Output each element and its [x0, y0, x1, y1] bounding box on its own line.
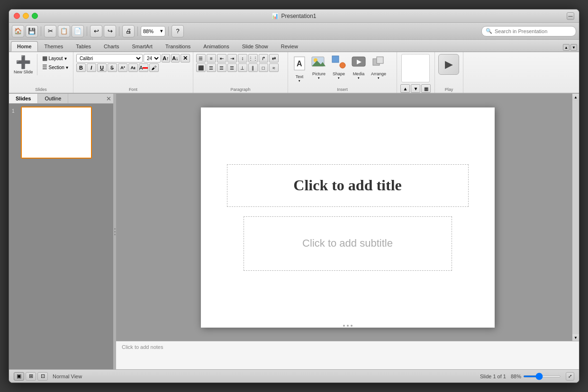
media-insert-button[interactable]: Media ▾ [350, 54, 368, 81]
tab-outline[interactable]: Outline [38, 94, 68, 103]
slides-group-label: Slides [35, 87, 47, 92]
zoom-dropdown-icon[interactable]: ▾ [160, 28, 163, 34]
bullet-list-button[interactable]: ☰ [196, 54, 206, 62]
notes-area[interactable]: Click to add notes [116, 341, 579, 369]
subscript-button[interactable]: A₂ [128, 63, 138, 72]
tab-tables[interactable]: Tables [70, 41, 97, 52]
resize-dots [114, 228, 116, 235]
ribbon-expand-controls: ▲ ▼ [563, 44, 577, 51]
new-slide-button[interactable]: ➕ New Slide [12, 54, 37, 75]
tab-charts[interactable]: Charts [98, 41, 125, 52]
tab-transitions[interactable]: Transitions [159, 41, 197, 52]
align-right-button[interactable]: ☰ [217, 63, 226, 72]
strikethrough-button[interactable]: S̶ [108, 63, 117, 72]
vertical-scrollbar[interactable]: ▲ ▼ [572, 94, 579, 341]
scroll-up-button[interactable]: ▲ [572, 94, 579, 100]
numbered-list-button[interactable]: ≡ [207, 54, 216, 62]
align-left-button[interactable]: ⬛ [196, 63, 206, 72]
increase-indent-button[interactable]: ⇥ [227, 54, 237, 62]
paste-button[interactable]: 📄 [72, 25, 84, 37]
search-box[interactable]: 🔍 [481, 26, 576, 36]
ribbon-collapse-btn[interactable]: ▼ [570, 44, 577, 51]
para-spacing-button[interactable]: ≈ [269, 63, 279, 72]
new-slide-label: New Slide [14, 70, 33, 74]
window-collapse-button[interactable]: — [567, 12, 574, 20]
slide-thumbnail-1: 1 [12, 107, 110, 159]
layout-button[interactable]: ▦ Layout ▾ [40, 54, 70, 62]
tab-review[interactable]: Review [275, 41, 304, 52]
underline-button[interactable]: U [97, 63, 107, 72]
qs-expand-button[interactable]: ▦ [421, 84, 431, 93]
print-button[interactable]: 🖨 [122, 25, 135, 37]
slide-subtitle-placeholder[interactable]: Click to add subtitle [244, 216, 452, 271]
highlight-button[interactable]: 🖌 [149, 63, 159, 72]
minimize-button[interactable] [23, 13, 29, 19]
layout-dropdown-icon: ▾ [64, 56, 67, 61]
slide-thumbnail-image[interactable] [21, 107, 92, 159]
fit-slide-button[interactable]: ⤢ [566, 372, 574, 381]
format-group-content: ▲ ▼ ▦ [400, 54, 432, 93]
copy-button[interactable]: 📋 [58, 25, 70, 37]
qs-next-button[interactable]: ▼ [411, 84, 420, 93]
arrange-button[interactable]: Arrange ▾ [370, 54, 388, 81]
section-button[interactable]: ☰ Section ▾ [40, 63, 70, 71]
close-button[interactable] [14, 13, 20, 19]
columns-button[interactable]: ⋮⋮ [248, 54, 258, 62]
italic-button[interactable]: I [87, 63, 96, 72]
align-center-button[interactable]: ☰ [207, 63, 216, 72]
redo-button[interactable]: ↪ [104, 25, 116, 37]
bold-button[interactable]: B [76, 63, 86, 72]
slides-group-content: ➕ New Slide ▦ Layout ▾ ☰ Section ▾ [12, 54, 70, 86]
save-button[interactable]: 💾 [26, 25, 38, 37]
presenter-view-button[interactable]: ⊡ [37, 372, 48, 381]
decrease-indent-button[interactable]: ⇤ [217, 54, 226, 62]
ribbon-expand-btn[interactable]: ▲ [563, 44, 570, 51]
font-family-select[interactable]: Calibri [76, 54, 143, 62]
tab-themes[interactable]: Themes [38, 41, 70, 52]
scroll-track[interactable] [572, 100, 579, 334]
text-direction-button[interactable]: ↱ [259, 54, 268, 62]
normal-view-button[interactable]: ▣ [14, 372, 24, 381]
play-button[interactable]: ▶ [438, 54, 459, 75]
justify-button[interactable]: ☰ [227, 63, 237, 72]
tab-slideshow[interactable]: Slide Show [236, 41, 274, 52]
smart-convert-button[interactable]: ⇄ [269, 54, 279, 62]
superscript-button[interactable]: A² [118, 63, 127, 72]
home-toolbar-button[interactable]: 🏠 [12, 25, 24, 37]
help-button[interactable]: ? [172, 25, 184, 37]
line-spacing-button[interactable]: ↕ [238, 54, 247, 62]
status-text: Normal View [53, 374, 82, 379]
font-size-decrease[interactable]: A↓ [171, 54, 180, 62]
search-input[interactable] [495, 28, 572, 34]
shape-insert-button[interactable]: Shape ▾ [330, 54, 348, 81]
slide-canvas[interactable]: Click to add title Click to add subtitle [201, 107, 495, 328]
tab-smartart[interactable]: SmartArt [126, 41, 159, 52]
slide-title-placeholder[interactable]: Click to add title [227, 164, 469, 207]
picture-insert-button[interactable]: Picture ▾ [310, 54, 328, 81]
font-size-increase[interactable]: A↑ [162, 54, 170, 62]
text-box-button[interactable]: □ [259, 63, 268, 72]
slide-canvas-wrapper[interactable]: Click to add title Click to add subtitle… [116, 94, 579, 341]
font-size-select[interactable]: 24 [144, 54, 161, 62]
vertical-align-button[interactable]: ⊥ [238, 63, 247, 72]
new-slide-icon: ➕ [16, 55, 31, 70]
font-color-button[interactable]: A [139, 63, 148, 72]
tab-home[interactable]: Home [11, 41, 38, 52]
col-ruler-button[interactable]: ∥ [248, 63, 258, 72]
tab-slides[interactable]: Slides [9, 94, 38, 103]
maximize-button[interactable] [32, 13, 38, 19]
zoom-range-input[interactable] [523, 375, 561, 377]
zoom-slider[interactable]: 88% [511, 374, 561, 379]
undo-button[interactable]: ↩ [90, 25, 102, 37]
qs-prev-button[interactable]: ▲ [400, 84, 410, 93]
quick-styles-preview[interactable] [401, 54, 430, 82]
text-insert-button[interactable]: A Text ▾ [291, 54, 308, 84]
grid-view-button[interactable]: ⊞ [26, 372, 36, 381]
scroll-down-button[interactable]: ▼ [572, 334, 579, 341]
slide-panel-close-button[interactable]: ✕ [106, 95, 111, 102]
zoom-selector[interactable]: 88% ▾ [141, 26, 165, 36]
cut-button[interactable]: ✂ [44, 25, 56, 37]
clear-format-button[interactable]: ✕ [181, 54, 190, 62]
tab-animations[interactable]: Animations [197, 41, 235, 52]
section-label: Section [49, 65, 64, 70]
